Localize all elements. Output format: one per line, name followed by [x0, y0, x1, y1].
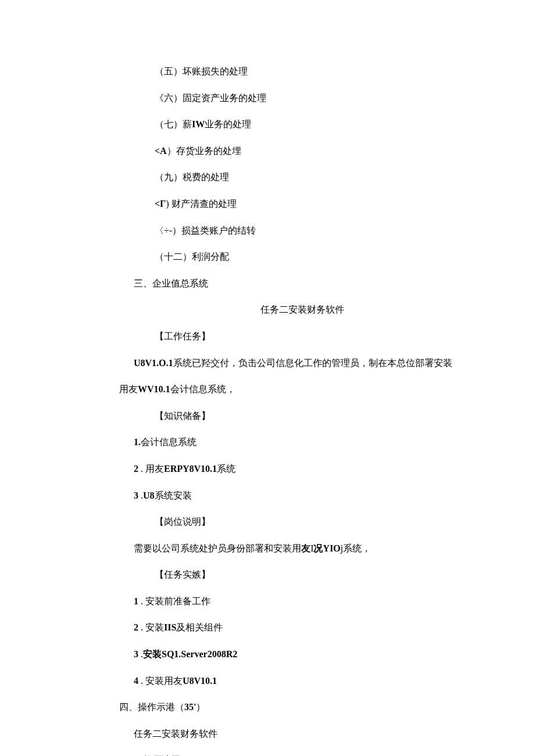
bold-run: <Γ [155, 199, 166, 209]
text-line: U8V1.O.1系统已羟交付，负击公司信息化工作的管理员，制在本总位部署安装 [134, 356, 471, 371]
bold-run: U8V10.1 [183, 676, 217, 686]
text-line: 1.会计信息系统 [134, 435, 471, 450]
text-line: 3 .U8系统安装 [134, 488, 471, 503]
text-line: <Γ) 财产清查的处理 [155, 196, 471, 212]
bold-run: IIS [164, 622, 176, 632]
bold-run: WV10.1 [138, 384, 170, 394]
text-line: 【知识储备】 [155, 409, 471, 424]
text-line: （十二）利润分配 [155, 249, 471, 264]
text-line: 2 . 用友ERPY8V10.1系统 [134, 461, 471, 476]
bold-run: 2 [134, 464, 138, 474]
text-line: 《六）固定资产业务的处理 [155, 91, 471, 106]
text-line: 〈÷-）损益类账户的结转 [155, 223, 471, 238]
bold-run: 3 [134, 490, 138, 500]
bold-run: IW [192, 119, 205, 129]
text-line: 【任务实嫉】 [155, 567, 471, 582]
text-line: （九）税费的处理 [155, 170, 471, 185]
text-line: 1 . 安装前准备工作 [134, 594, 471, 609]
text-line: （五）坏账损失的处理 [155, 64, 471, 79]
text-line: 四、操作示港（35'） [119, 700, 471, 715]
bold-run: 35' [184, 702, 196, 712]
text-line: 三、企业值总系统 [134, 276, 471, 291]
bold-run: ERPY8V10.1 [164, 464, 217, 474]
bold-run: 1 [134, 596, 138, 606]
text-line: 【岗位说明】 [155, 514, 471, 529]
bold-run: 1. [134, 437, 141, 447]
bold-run: 况YIO [313, 543, 340, 553]
text-line: 用友WV10.1会计信息系统， [119, 382, 471, 397]
bold-run: U8V1.O.1 [134, 358, 173, 368]
bold-run: 2 [134, 622, 138, 632]
text-line: 任务二安装财务软件 [134, 302, 471, 317]
text-line: 2 . 安装IIS及相关组件 [134, 620, 471, 635]
text-line: 任务二安装财务软件 [134, 726, 471, 741]
bold-run: 3 [134, 649, 138, 659]
text-line: 3 .安装SQ1.Server2008R2 [134, 647, 471, 662]
text-line: （七）薪IW业务的处理 [155, 117, 471, 132]
text-line: 【工作任务】 [155, 329, 471, 344]
bold-run: 友 [301, 543, 311, 553]
text-line: 4 . 安装用友U8V10.1 [134, 673, 471, 689]
text-line: <A）存货业务的处埋 [155, 144, 471, 159]
text-line: 1 .教师演示 [134, 753, 471, 756]
bold-run: U8 [143, 490, 155, 500]
bold-run: <A [155, 146, 167, 156]
bold-run: 安装SQ1.Server2008R2 [143, 649, 237, 659]
text-line: 需要以公司系统处护员身份部署和安装用友I况YIOj系统， [134, 541, 471, 556]
document-page: （五）坏账损失的处理《六）固定资产业务的处理（七）薪IW业务的处理<A）存货业务… [0, 0, 535, 756]
bold-run: 4 [134, 676, 138, 686]
